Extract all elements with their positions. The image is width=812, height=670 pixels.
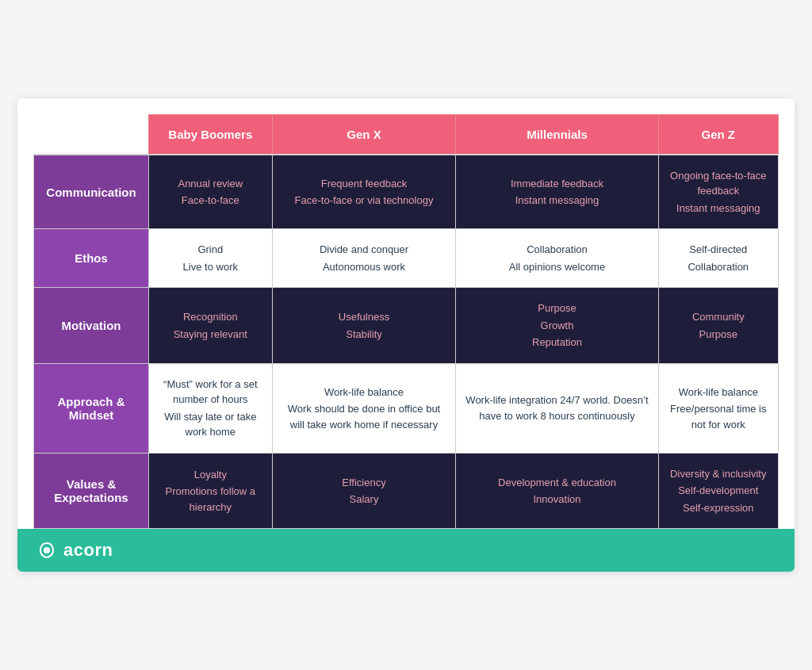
header-millennials: Millennials: [456, 114, 658, 155]
leaf-icon: [36, 540, 57, 561]
cell-communication-col4: Ongoing face-to-face feedbackInstant mes…: [658, 155, 778, 229]
row-label-values: Values & Expectations: [34, 453, 149, 529]
cell-approach-col4: Work-life balanceFree/personal time is n…: [658, 363, 778, 453]
header-gen-z: Gen Z: [658, 114, 778, 155]
cell-ethos-col3: CollaborationAll opinions welcome: [456, 229, 658, 288]
cell-motivation-col3: PurposeGrowthReputation: [456, 288, 658, 364]
cell-communication-col1: Annual reviewFace-to-face: [149, 155, 273, 229]
cell-communication-col3: Immediate feedbackInstant messaging: [456, 155, 658, 229]
cell-approach-col3: Work-life integration 24/7 world. Doesn’…: [456, 363, 658, 453]
cell-values-col4: Diversity & inclusivitySelf-developmentS…: [658, 453, 778, 529]
cell-values-col3: Development & educationInnovation: [456, 453, 658, 529]
cell-motivation-col4: CommunityPurpose: [658, 288, 778, 364]
cell-motivation-col1: RecognitionStaying relevant: [149, 288, 273, 364]
cell-values-col1: LoyaltyPromotions follow a hierarchy: [149, 453, 273, 529]
cell-values-col2: EfficiencySalary: [272, 453, 456, 529]
header-empty-cell: [34, 114, 149, 155]
svg-point-0: [44, 547, 50, 553]
row-label-ethos: Ethos: [34, 229, 149, 288]
cell-ethos-col2: Divide and conquerAutonomous work: [272, 229, 456, 288]
footer: acorn: [17, 529, 795, 572]
cell-approach-col1: “Must” work for a set number of hoursWil…: [149, 363, 273, 453]
table-wrapper: Baby Boomers Gen X Millennials Gen Z Com…: [17, 98, 795, 530]
cell-ethos-col4: Self-directedCollaboration: [658, 229, 778, 288]
cell-communication-col2: Frequent feedbackFace-to-face or via tec…: [272, 155, 456, 229]
row-label-communication: Communication: [34, 155, 149, 229]
cell-ethos-col1: GrindLive to work: [149, 229, 273, 288]
comparison-table: Baby Boomers Gen X Millennials Gen Z Com…: [33, 114, 779, 530]
header-baby-boomers: Baby Boomers: [149, 114, 273, 155]
cell-approach-col2: Work-life balanceWork should be done in …: [272, 363, 456, 453]
row-label-approach: Approach & Mindset: [34, 363, 149, 453]
header-gen-x: Gen X: [272, 114, 456, 155]
brand-name: acorn: [63, 540, 113, 561]
brand-logo: acorn: [36, 540, 113, 561]
row-label-motivation: Motivation: [34, 288, 149, 364]
main-card: Baby Boomers Gen X Millennials Gen Z Com…: [17, 98, 795, 572]
cell-motivation-col2: UsefulnessStability: [272, 288, 456, 364]
